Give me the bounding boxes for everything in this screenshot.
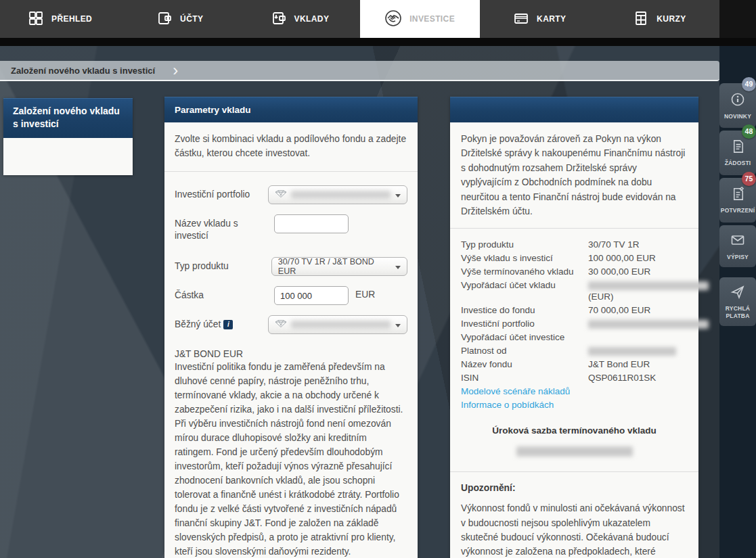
send-icon (730, 284, 746, 302)
gem-icon (275, 190, 287, 200)
top-navigation: PŘEHLED ÚČTY VKLADY (0, 0, 719, 38)
redacted-value (588, 281, 709, 290)
detail-row: Vypořádací účet investice (461, 331, 688, 344)
divider (450, 471, 698, 472)
gem-icon (275, 320, 287, 329)
document-icon (730, 139, 746, 156)
detail-row: Výše termínovaného vkladu30 000,00 EUR (461, 265, 688, 279)
sidebar-item-label: RYCHLÁ PLATBA (719, 305, 756, 319)
nav-right-fill (719, 0, 756, 38)
sidebar-item-label: VÝPISY (727, 254, 749, 261)
document-check-icon (730, 186, 746, 204)
breadcrumb[interactable]: Založení nového vkladu s investicí › (0, 61, 719, 81)
info-icon (730, 91, 746, 110)
detail-row: Investiční portfolio (461, 317, 688, 331)
deposit-name-input[interactable] (274, 214, 349, 233)
nav-bottom-strip (0, 38, 756, 46)
detail-row: Investice do fondu70 000,00 EUR (461, 304, 688, 317)
panel-title: Parametry vkladu (164, 97, 418, 122)
warning-title: Upozornění: (461, 483, 688, 493)
sidebar-item-label: NOVINKY (724, 113, 751, 120)
form-row-name: Název vkladu s investicí (175, 214, 407, 243)
zadosti-badge: 48 (742, 124, 756, 139)
amount-input[interactable] (274, 286, 349, 305)
detail-row: Výše vkladu s investicí100 000,00 EUR (461, 252, 688, 265)
product-type-value: 30/70 TV 1R / J&T BOND EUR (278, 257, 391, 276)
rate-heading: Úroková sazba termínovaného vkladu (461, 425, 688, 436)
tab-investice[interactable]: INVESTICE (360, 0, 480, 38)
amount-label: Částka (175, 286, 274, 302)
redacted-value (588, 320, 709, 329)
sidebar-item-potvrzeni[interactable]: 75 POTVRZENÍ (719, 178, 756, 223)
tab-kurzy[interactable]: KURZY (600, 0, 719, 38)
wallet-down-icon (271, 10, 287, 28)
amount-currency: EUR (355, 286, 375, 300)
detail-row: ISINQSP0611R01SK (461, 371, 688, 385)
current-account-label: Běžný účeti (175, 315, 268, 331)
redacted-value (588, 347, 676, 356)
deposit-name-label: Název vkladu s investicí (175, 214, 274, 243)
divider (450, 228, 698, 229)
current-account-select[interactable] (268, 315, 407, 334)
wallet-icon (156, 10, 173, 28)
form-row-portfolio: Investiční portfolio (175, 185, 407, 204)
tab-vklady[interactable]: VKLADY (240, 0, 359, 38)
step-card-body (3, 138, 133, 175)
sidebar-item-rychla-platba[interactable]: RYCHLÁ PLATBA (719, 277, 756, 326)
sidebar-item-label: ŽÁDOSTI (725, 160, 751, 167)
step-card-title: Založení nového vkladu s investicí (3, 98, 133, 138)
order-summary-panel: Pokyn je považován zároveň za Pokyn na v… (450, 97, 698, 558)
potvrzeni-badge: 75 (742, 172, 756, 186)
sidebar-item-vypisy[interactable]: VÝPISY (719, 225, 756, 267)
portfolio-label: Investiční portfolio (175, 185, 268, 202)
handshake-icon (384, 9, 402, 29)
incentives-info-link[interactable]: Informace o pobídkách (461, 398, 688, 412)
detail-row: Vypořádací účet vkladu (EUR) (461, 279, 688, 304)
tab-label: INVESTICE (409, 14, 455, 24)
tab-label: KARTY (537, 14, 566, 24)
redacted-value (291, 321, 391, 329)
chevron-down-icon (395, 324, 401, 327)
product-type-select[interactable]: 30/70 TV 1R / J&T BOND EUR (271, 257, 407, 276)
tab-label: VKLADY (294, 14, 330, 24)
sidebar-item-zadosti[interactable]: 48 ŽÁDOSTI (719, 131, 756, 175)
tab-label: ÚČTY (180, 14, 203, 24)
portfolio-select[interactable] (268, 185, 407, 204)
tab-prehled[interactable]: PŘEHLED (0, 0, 120, 38)
step-card[interactable]: Založení nového vkladu s investicí (3, 98, 133, 175)
divider (164, 171, 418, 172)
fund-description: Investiční politika fondu je zaměřená př… (175, 361, 407, 558)
form-row-account: Běžný účeti (175, 315, 407, 334)
chevron-right-icon: › (173, 62, 178, 79)
chevron-down-icon (395, 266, 401, 269)
warning-text: Výkonnost fondů v minulosti ani očekávan… (461, 501, 688, 558)
summary-details: Typ produktu30/70 TV 1R Výše vkladu s in… (461, 238, 688, 412)
tab-label: PŘEHLED (51, 14, 92, 24)
form-row-product: Typ produktu 30/70 TV 1R / J&T BOND EUR (175, 257, 407, 276)
summary-panel-header (450, 97, 698, 122)
intro-text: Zvolte si kombinaci vkladu a podílového … (175, 132, 407, 161)
tab-karty[interactable]: KARTY (480, 0, 600, 38)
breadcrumb-label: Založení nového vkladu s investicí (11, 66, 155, 76)
detail-row: Platnost od (461, 344, 688, 358)
deposit-parameters-panel: Parametry vkladu Zvolte si kombinaci vkl… (164, 97, 418, 558)
envelope-icon (730, 232, 746, 250)
tab-label: KURZY (657, 14, 686, 24)
info-icon[interactable]: i (223, 320, 233, 329)
redacted-rate (516, 446, 633, 457)
product-type-label: Typ produktu (175, 257, 271, 273)
fund-title: J&T BOND EUR (175, 349, 407, 359)
tab-ucty[interactable]: ÚČTY (120, 0, 240, 38)
form-row-amount: Částka EUR (175, 286, 407, 305)
sidebar-item-label: POTVRZENÍ (721, 207, 755, 214)
detail-row: Typ produktu30/70 TV 1R (461, 238, 688, 252)
rates-icon (633, 10, 649, 28)
grid-icon (28, 10, 44, 28)
custody-note: Pokyn je považován zároveň za Pokyn na v… (461, 132, 688, 218)
detail-row: Název fonduJ&T Bond EUR (461, 358, 688, 371)
sidebar-item-novinky[interactable]: 49 NOVINKY (719, 83, 756, 128)
cost-scenarios-link[interactable]: Modelové scénáře nákladů (461, 385, 688, 398)
card-icon (513, 10, 529, 28)
chevron-down-icon (395, 194, 401, 197)
redacted-value (291, 191, 391, 199)
